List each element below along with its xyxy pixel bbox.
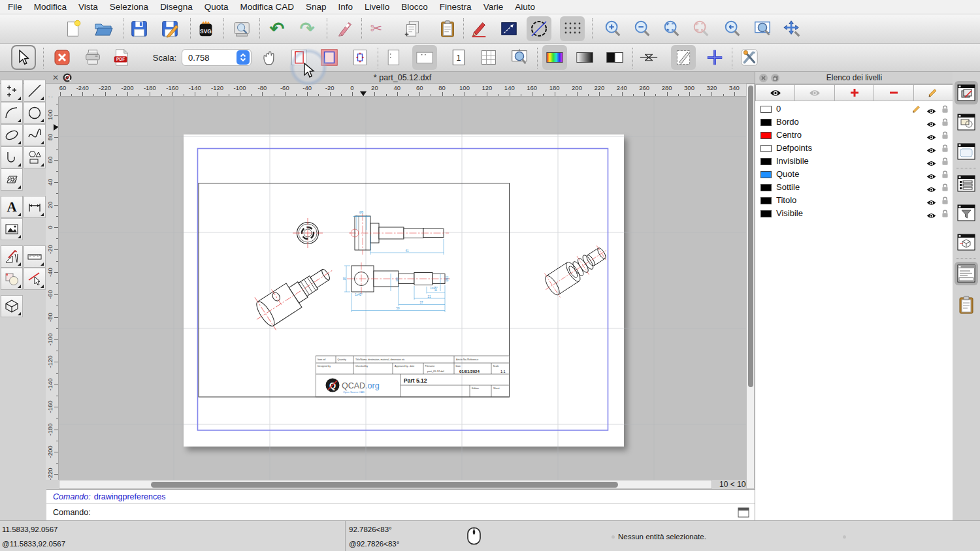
layer-lock-icon[interactable] — [941, 104, 949, 116]
layer-lock-icon[interactable] — [941, 157, 949, 168]
layer-lock-icon[interactable] — [941, 183, 949, 195]
layer-row-bordo[interactable]: Bordo — [755, 116, 953, 129]
save-button[interactable] — [127, 16, 152, 41]
new-document-button[interactable] — [61, 16, 86, 41]
menu-item-quota[interactable]: Quota — [199, 2, 235, 12]
menu-item-livello[interactable]: Livello — [359, 2, 395, 12]
command-options-icon[interactable] — [738, 507, 749, 518]
boolean-tool-button[interactable] — [1, 268, 23, 290]
arc-tool-button[interactable] — [1, 102, 23, 124]
menu-item-blocco[interactable]: Blocco — [395, 2, 434, 12]
menu-item-info[interactable]: Info — [333, 2, 359, 12]
dimension-tool-button[interactable] — [24, 196, 46, 218]
menu-item-snap[interactable]: Snap — [300, 2, 333, 12]
blackwhite-mode-button[interactable] — [602, 45, 627, 70]
layer-row-centro[interactable]: Centro — [755, 129, 953, 142]
full-color-mode-button[interactable] — [542, 45, 567, 70]
layer-row-quote[interactable]: Quote — [755, 168, 953, 181]
layer-panel-toggle[interactable] — [955, 81, 978, 104]
save-as-button[interactable] — [157, 16, 182, 41]
shapes-tool-button[interactable] — [24, 146, 46, 168]
paper-outline-toggle-button[interactable] — [287, 45, 312, 70]
svg-export-button[interactable]: SVG — [193, 16, 218, 41]
pdf-export-button[interactable]: PDF — [109, 45, 134, 70]
show-all-layers-button[interactable] — [755, 84, 795, 101]
line-tool-button[interactable] — [24, 80, 46, 102]
lineweight-toggle-button[interactable] — [636, 45, 661, 70]
zoom-window-button[interactable] — [750, 16, 775, 41]
menu-item-modifica-cad[interactable]: Modifica CAD — [234, 2, 300, 12]
menu-item-seleziona[interactable]: Seleziona — [104, 2, 154, 12]
layer-row-defpoints[interactable]: Defpoints — [755, 142, 953, 155]
document-tab-title[interactable]: * part_05.12.dxf — [59, 73, 746, 82]
layer-lock-icon[interactable] — [941, 170, 949, 181]
block-panel-toggle[interactable] — [955, 110, 978, 134]
open-document-button[interactable] — [91, 16, 116, 41]
print-preview-button[interactable] — [229, 16, 254, 41]
image-tool-button[interactable] — [1, 218, 23, 240]
delete-button[interactable] — [333, 16, 357, 41]
add-layer-button[interactable] — [835, 84, 874, 101]
layer-lock-icon[interactable] — [941, 131, 949, 142]
pan-hand-button[interactable] — [257, 45, 282, 70]
clipboard-panel-toggle[interactable] — [955, 293, 978, 317]
undo-button[interactable]: ↶ — [265, 16, 289, 41]
print-button[interactable] — [80, 45, 105, 70]
grayscale-mode-button[interactable] — [572, 45, 597, 70]
layer-lock-icon[interactable] — [941, 209, 949, 221]
menu-item-modifica[interactable]: Modifica — [28, 2, 73, 12]
close-preview-button[interactable] — [50, 45, 74, 70]
command-input[interactable] — [95, 506, 738, 519]
scale-reference-button[interactable] — [497, 16, 521, 41]
library-panel-toggle[interactable] — [955, 230, 978, 254]
circle-tool-button[interactable] — [24, 102, 46, 124]
edit-layer-button[interactable] — [914, 84, 953, 101]
zoom-out-button[interactable] — [630, 16, 655, 41]
menu-item-varie[interactable]: Varie — [478, 2, 510, 12]
selection-pointer-button[interactable] — [11, 45, 36, 70]
stepper-icon[interactable] — [237, 50, 250, 65]
single-page-button[interactable]: 1 — [446, 45, 471, 70]
layer-row-invisibile[interactable]: Invisibile — [755, 155, 953, 168]
copy-button[interactable] — [400, 16, 425, 41]
vertical-scrollbar[interactable] — [746, 84, 755, 489]
layer-row-sottile[interactable]: Sottile — [755, 181, 953, 194]
grid-toggle-button[interactable] — [560, 16, 585, 41]
zoom-auto-button[interactable] — [659, 16, 684, 41]
layer-row-titolo[interactable]: Titolo — [755, 194, 953, 207]
layer-row-0[interactable]: 0 — [755, 102, 953, 116]
pan-zoom-button[interactable] — [779, 16, 804, 41]
layer-lock-icon[interactable] — [941, 196, 949, 208]
deselect-circle-button[interactable] — [527, 16, 551, 41]
spline-tool-button[interactable] — [24, 124, 46, 146]
menu-item-disegna[interactable]: Disegna — [154, 2, 199, 12]
multi-page-button[interactable] — [476, 45, 501, 70]
layer-lock-icon[interactable] — [941, 118, 949, 129]
horizontal-scrollbar[interactable] — [59, 480, 712, 489]
scale-combobox[interactable]: 0.758 — [182, 49, 252, 66]
remove-layer-button[interactable] — [874, 84, 913, 101]
hatch-tool-button[interactable] — [1, 168, 23, 191]
point-tool-button[interactable] — [1, 80, 23, 102]
layer-visibility-eye-icon[interactable] — [926, 210, 936, 222]
drawing-canvas[interactable]: Item ref Quantity Title/Name, destinatio… — [59, 97, 746, 480]
zoom-selection-button[interactable] — [689, 16, 713, 41]
drafting-mode-button[interactable] — [671, 45, 696, 70]
command-line-panel-toggle[interactable] — [955, 262, 978, 285]
horizontal-scrollbar-thumb[interactable] — [151, 482, 618, 488]
paste-button[interactable] — [435, 16, 460, 41]
text-tool-button[interactable]: A — [1, 196, 23, 218]
view-panel-toggle[interactable] — [955, 140, 978, 163]
portrait-button[interactable] — [381, 45, 406, 70]
preferences-tools-button[interactable] — [737, 45, 762, 70]
hide-all-layers-button[interactable] — [795, 84, 834, 101]
menu-item-finestra[interactable]: Finestra — [434, 2, 478, 12]
menu-item-file[interactable]: File — [2, 2, 28, 12]
auto-fit-drawing-button[interactable] — [348, 45, 372, 70]
landscape-button[interactable] — [412, 45, 437, 70]
layer-row-visibile[interactable]: Visibile — [755, 207, 953, 220]
vertical-scrollbar-thumb[interactable] — [748, 86, 753, 387]
zoom-to-page-button[interactable] — [507, 45, 532, 70]
layer-lock-icon[interactable] — [941, 144, 949, 155]
modify-tool-button[interactable] — [1, 245, 23, 268]
